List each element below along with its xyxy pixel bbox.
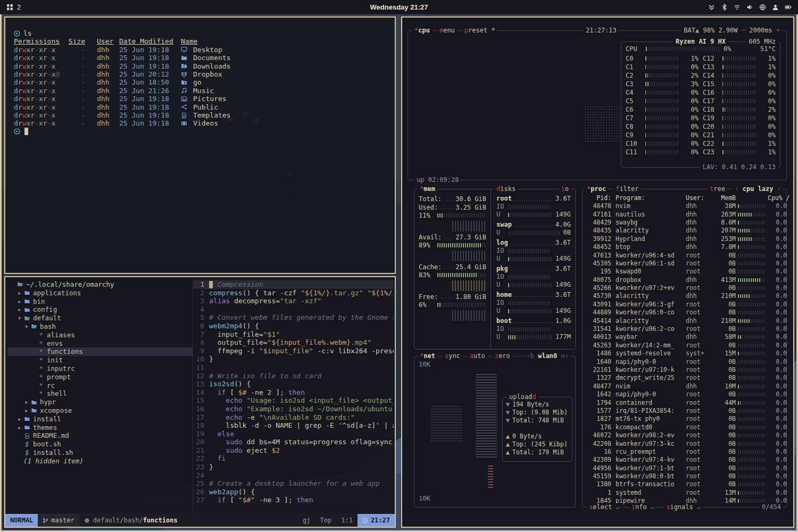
net-panel-title[interactable]: uploadd (507, 393, 538, 401)
tree-item-shell[interactable]: *shell (7, 389, 193, 398)
file-name: Public (193, 103, 218, 111)
line-number: 17 (193, 413, 209, 422)
process-row[interactable]: 31541kworker/u96:2-coroot0B0.0 (586, 325, 784, 333)
code-editor[interactable]: 1# Compression2compress() { tar -czf "${… (193, 280, 394, 513)
tree-item-envs[interactable]: *envs (7, 339, 193, 348)
tab-tree[interactable]: tree (708, 185, 727, 193)
process-row[interactable]: 45730alacrittydhh210M0.0 (586, 292, 784, 300)
bluetooth-icon[interactable] (721, 4, 728, 11)
chevron-icon: ▸ (18, 305, 23, 314)
tab-net[interactable]: *net (418, 352, 437, 360)
tree-item-functions[interactable]: *functions (7, 347, 193, 356)
tree-item-applications[interactable]: ▸applications (7, 289, 193, 297)
core-row: C33% (626, 80, 699, 88)
process-row[interactable]: 45414alacrittydhh210M0.0 (586, 317, 784, 325)
user-icon[interactable] (772, 4, 779, 11)
process-row[interactable]: 48452btopdhh7.8M0.0 (586, 243, 784, 251)
workspace-indicator[interactable]: 2 (17, 3, 21, 11)
tree-item-aliases[interactable]: *aliases (7, 331, 193, 339)
process-row[interactable]: 48477nvimdhh10M0.0 (586, 383, 784, 390)
tab-proc[interactable]: *proc (585, 185, 608, 193)
process-row[interactable]: 45263kworker/14:2-mm_root0B0.0 (586, 342, 784, 350)
core-row: C221% (703, 139, 776, 148)
process-row[interactable]: 42309kworker/u97:4-kvroot0B0.0 (586, 456, 784, 464)
tree-item--local-share-omarchy[interactable]: ~/.local/share/omarchy (7, 280, 193, 289)
process-header[interactable]: Pid:Program:User:MemBCpu% / (586, 194, 784, 202)
process-row[interactable]: 46072kworker/u98:2-evroot0B0.0 (586, 431, 784, 439)
process-row[interactable]: 47161nautilusdhh263M0.0 (586, 210, 784, 218)
process-row[interactable]: 1794containerdroot44M0.0 (586, 398, 784, 406)
updates-icon[interactable] (708, 4, 715, 11)
tree-item-install-sh[interactable]: $install.sh (7, 448, 193, 457)
tree-item-inputrc[interactable]: *inputrc (7, 364, 193, 373)
line-number: 14 (193, 388, 209, 397)
process-row[interactable]: 1577irq/81-PIXA3854:root0B0.0 (586, 407, 784, 415)
clock[interactable]: Wednesday 21:27 (0, 3, 798, 11)
process-row[interactable]: 45159kworker/u98:0-btroot0B0.0 (586, 472, 784, 480)
tree-item-themes[interactable]: ▸themes (7, 423, 193, 432)
tree-item-xcompose[interactable]: ▸xcompose (7, 406, 193, 415)
process-row[interactable]: 48429swaybgdhh8.6M0.0 (586, 219, 784, 227)
scroll-position: Top (315, 514, 337, 527)
mem-total: Total:30.6 GiB (419, 195, 486, 203)
btop-clock: 21:27:13 (584, 27, 619, 35)
process-row[interactable]: 1systemdroot13M0.0 (586, 489, 784, 497)
tab-menu[interactable]: menu (437, 27, 457, 35)
terminal-ls[interactable]: lsPermissionsSizeUserDate ModifiedNamedr… (5, 18, 395, 136)
action-signals[interactable]: signals ↵ (664, 503, 703, 511)
process-row[interactable]: 1827mt76-tx phy0root0B0.0 (586, 415, 784, 423)
process-row[interactable]: 48435alacrittydhh207M0.0 (586, 227, 784, 235)
tree-item-bin[interactable]: ▸bin (7, 297, 193, 306)
action-info[interactable]: info ↵ (629, 503, 656, 511)
tree-item-hypr[interactable]: ▸hypr (7, 398, 193, 406)
tree-item-bash[interactable]: ▾bash (7, 322, 193, 331)
tree-item-boot-sh[interactable]: $boot.sh (7, 440, 193, 448)
process-row[interactable]: 1327dmcrypt_write/25root0B0.0 (586, 374, 784, 382)
tree-item-prompt[interactable]: *prompt (7, 373, 193, 381)
tree-item-config[interactable]: ▸config (7, 305, 193, 314)
tab-sync[interactable]: sync (443, 352, 462, 360)
tab-auto[interactable]: auto (468, 352, 487, 360)
folder-icon (24, 298, 30, 304)
action-select[interactable]: select ↵ (587, 503, 622, 511)
process-row[interactable]: 42208kworker/u97:3-kcroot0B0.0 (586, 439, 784, 447)
process-row[interactable]: 1642napi/phy0-0root0B0.0 (586, 390, 784, 398)
process-row[interactable]: 1640napi/phy0-0root0B0.0 (586, 358, 784, 365)
tab-cpu[interactable]: *cpu (412, 27, 432, 35)
code-line: 10} (193, 355, 394, 363)
tab-preset[interactable]: preset * (462, 27, 497, 35)
tab-filter[interactable]: filter (613, 185, 641, 193)
refresh-interval[interactable]: 2000ms (749, 27, 772, 34)
shell-prompt-line (14, 128, 395, 136)
process-row[interactable]: 22161kworker/u97:10-kroot0B0.0 (586, 366, 784, 374)
tree-item-init[interactable]: *init (7, 356, 193, 364)
process-row[interactable]: 40075dropboxdhh413M0.0 (586, 276, 784, 284)
process-row[interactable]: 47613kworker/u96:4-sdroot0B0.0 (586, 251, 784, 259)
volume-icon[interactable] (746, 4, 753, 11)
process-row[interactable]: 1380btrfs-transactioroot0B0.0 (586, 480, 784, 488)
tab-zero[interactable]: zero (493, 352, 512, 360)
battery-icon[interactable] (785, 4, 792, 11)
process-row[interactable]: 45266kworker/u97:2+evroot0B0.0 (586, 284, 784, 292)
tree-item-install[interactable]: ▸install (7, 415, 193, 423)
process-row[interactable]: 1486systemd-resolvesyst+15M0.0 (586, 350, 784, 358)
network-stats-panel: uploadd ▼194 Byte/s▼Top: (9.08 Mib)▼Tota… (502, 397, 572, 462)
network-interface[interactable]: ‹b wlan0 n› (525, 352, 571, 360)
process-row[interactable]: 40013waybardhh58M0.0 (586, 333, 784, 341)
tree-item-readme-md[interactable]: README.md (7, 431, 193, 440)
process-row[interactable]: 44956kworker/u97:1-btroot0B0.0 (586, 464, 784, 472)
tree-item-default[interactable]: ▾default (7, 314, 193, 322)
process-row[interactable]: 45305kworker/u96:1-sdroot0B0.0 (586, 260, 784, 268)
tree-item-rc[interactable]: *rc (7, 381, 193, 390)
process-row[interactable]: 43091kworker/u96:3-gfroot0B0.0 (586, 301, 784, 309)
folder-icon (24, 307, 30, 313)
process-row[interactable]: 16rcu_preemptroot0B0.0 (586, 448, 784, 456)
process-row[interactable]: 39912Hyprlanddhh253M0.0 (586, 235, 784, 243)
process-row[interactable]: 176kcompactd0root0B0.0 (586, 423, 784, 431)
process-row[interactable]: 48478nvimdhh38M0.0 (586, 202, 784, 210)
process-row[interactable]: 44889kworker/u96:0-coroot0B0.0 (586, 309, 784, 317)
wifi-icon[interactable] (734, 4, 741, 11)
sort-selector[interactable]: ‹ cpu lazy › (733, 185, 783, 193)
process-row[interactable]: 195kswapd0root0B0.0 (586, 268, 784, 276)
network-icon[interactable] (759, 4, 766, 11)
